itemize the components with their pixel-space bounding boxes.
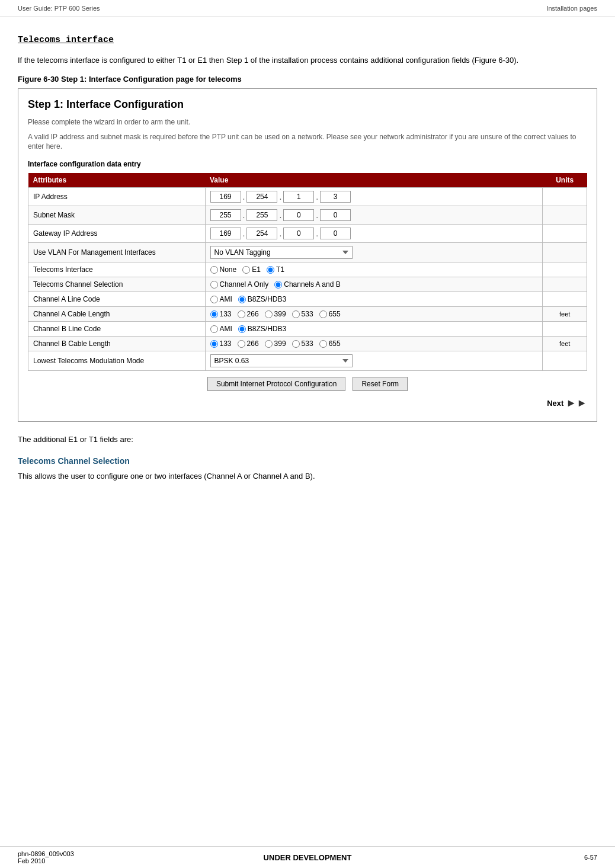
next-arrows-icon[interactable]: ►► bbox=[566, 397, 587, 409]
ip-sep-icon: . bbox=[278, 229, 282, 238]
wizard-note: Please complete the wizard in order to a… bbox=[28, 118, 587, 126]
radio-group-9: 133 266 399 533 655 bbox=[210, 339, 538, 348]
radio-item-7-0[interactable]: 133 bbox=[210, 310, 232, 318]
radio-input-7-0[interactable] bbox=[210, 310, 218, 318]
radio-item-4-2[interactable]: T1 bbox=[267, 265, 284, 274]
value-cell-9[interactable]: 133 266 399 533 655 bbox=[205, 337, 543, 351]
radio-input-5-1[interactable] bbox=[274, 281, 282, 289]
col-header-units: Units bbox=[543, 173, 587, 188]
radio-item-7-2[interactable]: 399 bbox=[265, 310, 286, 318]
col-header-value: Value bbox=[205, 173, 543, 188]
step-title: Step 1: Interface Configuration bbox=[28, 98, 587, 111]
radio-item-7-3[interactable]: 533 bbox=[292, 310, 313, 318]
value-cell-4[interactable]: None E1 T1 bbox=[205, 262, 543, 277]
ip-octet-1-0[interactable] bbox=[210, 209, 241, 221]
value-cell-10[interactable]: BPSK 0.63QPSK 0.63QPSK 0.87 bbox=[205, 351, 543, 371]
figure-label: Figure 6-30 Step 1: Interface Configurat… bbox=[18, 75, 597, 84]
radio-item-8-1[interactable]: B8ZS/HDB3 bbox=[238, 325, 286, 333]
ip-octet-0-2[interactable] bbox=[283, 191, 314, 203]
radio-item-4-0[interactable]: None bbox=[210, 265, 237, 274]
attr-cell-3: Use VLAN For Management Interfaces bbox=[28, 243, 206, 262]
radio-input-5-0[interactable] bbox=[210, 281, 218, 289]
ip-octet-2-0[interactable] bbox=[210, 228, 241, 239]
ip-octet-1-3[interactable] bbox=[320, 209, 351, 221]
ip-octet-0-0[interactable] bbox=[210, 191, 241, 203]
radio-item-7-4[interactable]: 655 bbox=[319, 310, 341, 318]
units-cell-1 bbox=[543, 206, 587, 225]
reset-button[interactable]: Reset Form bbox=[353, 377, 408, 391]
submit-button[interactable]: Submit Internet Protocol Configuration bbox=[207, 377, 345, 391]
units-cell-8 bbox=[543, 322, 587, 337]
radio-input-9-4[interactable] bbox=[319, 340, 327, 348]
next-label[interactable]: Next bbox=[547, 399, 563, 408]
subsection-heading: Telecoms Channel Selection bbox=[18, 456, 597, 466]
ip-group-1: ... bbox=[210, 209, 538, 221]
attr-cell-5: Telecoms Channel Selection bbox=[28, 277, 206, 292]
radio-item-5-0[interactable]: Channel A Only bbox=[210, 280, 269, 289]
radio-item-6-0[interactable]: AMI bbox=[210, 295, 232, 303]
attr-cell-9: Channel B Cable Length bbox=[28, 337, 206, 351]
radio-item-9-4[interactable]: 655 bbox=[319, 339, 341, 348]
ip-octet-0-3[interactable] bbox=[320, 191, 351, 203]
attr-cell-1: Subnet Mask bbox=[28, 206, 206, 225]
units-cell-9: feet bbox=[543, 337, 587, 351]
radio-input-9-1[interactable] bbox=[238, 340, 245, 348]
value-cell-1[interactable]: ... bbox=[205, 206, 543, 225]
radio-input-8-1[interactable] bbox=[238, 325, 246, 333]
ip-sep-icon: . bbox=[242, 192, 246, 201]
ip-sep-icon: . bbox=[278, 210, 282, 220]
select-3[interactable]: No VLAN TaggingVLAN Tagging bbox=[210, 246, 353, 259]
ip-octet-0-1[interactable] bbox=[246, 191, 277, 203]
radio-item-8-0[interactable]: AMI bbox=[210, 325, 232, 333]
value-cell-0[interactable]: ... bbox=[205, 188, 543, 206]
attr-cell-7: Channel A Cable Length bbox=[28, 307, 206, 322]
section-label: Interface configuration data entry bbox=[28, 160, 587, 168]
ip-octet-1-2[interactable] bbox=[283, 209, 314, 221]
ip-octet-2-1[interactable] bbox=[246, 228, 277, 239]
attr-cell-8: Channel B Line Code bbox=[28, 322, 206, 337]
radio-item-7-1[interactable]: 266 bbox=[238, 310, 259, 318]
radio-item-4-1[interactable]: E1 bbox=[242, 265, 261, 274]
col-header-attributes: Attributes bbox=[28, 173, 206, 188]
radio-input-7-4[interactable] bbox=[319, 310, 327, 318]
ip-octet-1-1[interactable] bbox=[246, 209, 277, 221]
radio-item-9-1[interactable]: 266 bbox=[238, 339, 259, 348]
select-10[interactable]: BPSK 0.63QPSK 0.63QPSK 0.87 bbox=[210, 354, 353, 367]
value-cell-7[interactable]: 133 266 399 533 655 bbox=[205, 307, 543, 322]
radio-input-7-2[interactable] bbox=[265, 310, 273, 318]
attr-cell-10: Lowest Telecoms Modulation Mode bbox=[28, 351, 206, 371]
units-cell-4 bbox=[543, 262, 587, 277]
radio-input-4-0[interactable] bbox=[210, 266, 218, 274]
radio-input-4-2[interactable] bbox=[267, 266, 274, 274]
radio-item-9-3[interactable]: 533 bbox=[292, 339, 313, 348]
value-cell-5[interactable]: Channel A Only Channels A and B bbox=[205, 277, 543, 292]
ip-octet-2-3[interactable] bbox=[320, 228, 351, 239]
value-cell-2[interactable]: ... bbox=[205, 225, 543, 243]
radio-input-7-3[interactable] bbox=[292, 310, 300, 318]
radio-input-8-0[interactable] bbox=[210, 325, 218, 333]
radio-item-9-0[interactable]: 133 bbox=[210, 339, 232, 348]
next-row: Next ►► bbox=[28, 395, 587, 412]
ip-sep-icon: . bbox=[242, 210, 246, 220]
radio-group-8: AMI B8ZS/HDB3 bbox=[210, 325, 538, 333]
attr-cell-6: Channel A Line Code bbox=[28, 292, 206, 307]
radio-input-4-1[interactable] bbox=[242, 266, 250, 274]
radio-input-6-1[interactable] bbox=[238, 296, 246, 303]
radio-item-6-1[interactable]: B8ZS/HDB3 bbox=[238, 295, 286, 303]
radio-item-5-1[interactable]: Channels A and B bbox=[274, 280, 340, 289]
radio-input-7-1[interactable] bbox=[238, 310, 245, 318]
units-cell-6 bbox=[543, 292, 587, 307]
radio-input-9-2[interactable] bbox=[265, 340, 273, 348]
footer-left: phn-0896_009v003 Feb 2010 bbox=[18, 850, 74, 864]
units-cell-5 bbox=[543, 277, 587, 292]
radio-input-9-0[interactable] bbox=[210, 340, 218, 348]
ip-octet-2-2[interactable] bbox=[283, 228, 314, 239]
value-cell-6[interactable]: AMI B8ZS/HDB3 bbox=[205, 292, 543, 307]
value-cell-3[interactable]: No VLAN TaggingVLAN Tagging bbox=[205, 243, 543, 262]
value-cell-8[interactable]: AMI B8ZS/HDB3 bbox=[205, 322, 543, 337]
radio-input-9-3[interactable] bbox=[292, 340, 300, 348]
intro-text: If the telecoms interface is configured … bbox=[18, 55, 597, 66]
radio-input-6-0[interactable] bbox=[210, 296, 218, 303]
radio-group-7: 133 266 399 533 655 bbox=[210, 310, 538, 318]
radio-item-9-2[interactable]: 399 bbox=[265, 339, 286, 348]
